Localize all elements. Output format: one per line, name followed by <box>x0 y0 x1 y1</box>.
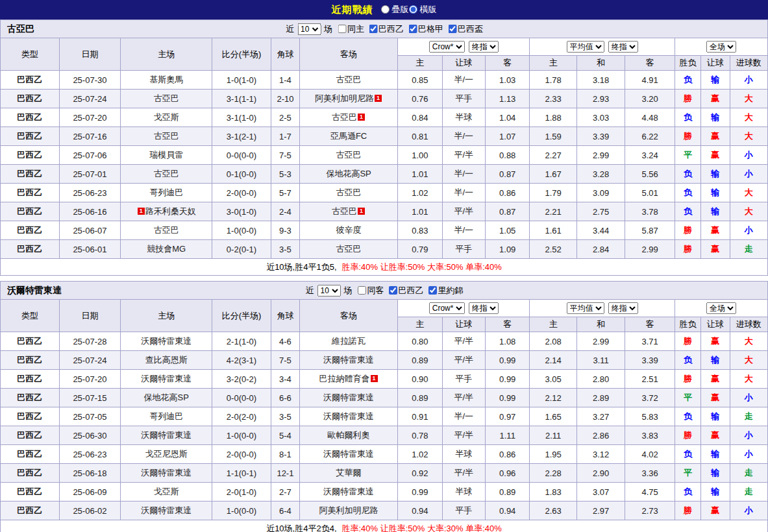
away-team-name: 古亞巴 <box>336 187 362 197</box>
layout-radio-1[interactable] <box>409 5 417 14</box>
home-team-cell: 保地花高SP <box>121 389 212 407</box>
ah-away-cell: 0.87 <box>485 165 529 184</box>
score-cell: 4-2(3-1) <box>212 351 271 370</box>
eu-home-cell: 1.79 <box>530 184 576 202</box>
eu-draw-cell: 3.44 <box>576 221 625 240</box>
ah-home-cell: 0.76 <box>398 90 442 108</box>
eu-draw-cell: 2.75 <box>576 202 625 221</box>
ah-away-cell: 1.11 <box>485 426 529 445</box>
filter-option-3[interactable]: 巴西盃 <box>448 23 483 35</box>
summary-bar: 近10场,胜4平1负5,胜率:40% 让胜率:50% 大率:50% 单率:40% <box>0 259 768 276</box>
filter-option-0[interactable]: 同客 <box>358 285 384 296</box>
eu-away-cell: 2.99 <box>625 240 675 259</box>
result-goals-cell: 小 <box>730 71 768 90</box>
eu-away-cell: 2.51 <box>625 370 675 389</box>
euro-odds-select-0[interactable]: 平均值 <box>567 41 604 53</box>
ah-line-cell: 半球 <box>442 483 485 502</box>
away-team-cell: 古亞巴 <box>300 184 398 202</box>
team-name: 沃爾特雷東達 <box>1 285 62 296</box>
eu-away-cell: 4.91 <box>625 71 675 90</box>
filter-checkbox-2[interactable] <box>428 286 437 295</box>
filter-option-2[interactable]: 巴格甲 <box>408 23 443 35</box>
filter-checkbox-2[interactable] <box>408 25 417 33</box>
eu-home-cell: 1.78 <box>530 71 576 90</box>
home-team-cell: 古亞巴 <box>121 127 212 146</box>
match-row: 巴西乙25-06-02沃爾特雷東達1-0(0-0)6-4阿美利加明尼路0.94平… <box>1 502 768 520</box>
result-handicap-cell: 赢 <box>701 370 730 389</box>
ah-home-cell: 0.99 <box>398 483 442 502</box>
ah-home-cell: 1.00 <box>398 146 442 165</box>
away-team-name: 歐帕爾利奧 <box>328 430 370 440</box>
eu-draw-cell: 3.18 <box>576 71 625 90</box>
away-team-cell: 維拉諾瓦 <box>300 332 398 351</box>
result-winloss-cell: 负 <box>675 71 700 90</box>
layout-radio-0[interactable] <box>381 5 390 14</box>
ah-home-cell: 0.92 <box>398 464 442 483</box>
subcol-header-result-winloss: 胜负 <box>675 56 700 71</box>
home-team-cell: 瑞模貝雷 <box>121 146 212 165</box>
match-count-select[interactable]: 10 <box>297 23 321 35</box>
result-goals-cell: 大 <box>730 370 768 389</box>
score-cell: 1-0(1-0) <box>212 71 271 90</box>
filter-option-1[interactable]: 巴西乙 <box>389 285 424 296</box>
layout-option-label: 疊版 <box>392 4 409 16</box>
date-cell: 25-07-28 <box>59 332 121 351</box>
ah-home-cell: 0.89 <box>398 389 442 407</box>
away-team-cell: 彼辛度 <box>300 221 398 240</box>
euro-odds-select-1[interactable]: 终指 <box>608 41 638 53</box>
away-team-name: 古亞巴 <box>336 75 362 84</box>
filter-checkbox-3[interactable] <box>448 25 456 33</box>
euro-odds-select-1[interactable]: 终指 <box>608 302 638 314</box>
eu-home-cell: 2.14 <box>530 351 576 370</box>
score-cell: 3-0(1-0) <box>212 202 271 221</box>
result-goals-cell: 小 <box>730 502 768 520</box>
filter-option-1[interactable]: 巴西乙 <box>369 23 404 35</box>
red-card-badge: 1 <box>138 208 145 215</box>
filter-option-label: 巴西乙 <box>378 23 404 35</box>
date-cell: 25-07-30 <box>59 71 121 90</box>
corner-cell: 8-1 <box>271 445 299 464</box>
ah-line-cell: 半/一 <box>442 407 485 426</box>
filter-checkbox-0[interactable] <box>338 25 346 33</box>
result-goals-cell: 走 <box>730 464 768 483</box>
eu-draw-cell: 2.99 <box>576 146 625 165</box>
filter-checkbox-0[interactable] <box>358 286 366 295</box>
result-winloss-cell: 勝 <box>675 127 700 146</box>
filter-checkbox-1[interactable] <box>369 25 377 33</box>
matches-table: 类型日期主场比分(半场)角球客场Crow*终指平均值终指全场主让球客主和客胜负让… <box>0 38 768 259</box>
date-cell: 25-06-09 <box>59 483 121 502</box>
away-team-cell: 阿美利加明尼路 <box>300 502 398 520</box>
handicap-odds-select-1[interactable]: 终指 <box>469 41 499 53</box>
handicap-odds-select-1[interactable]: 终指 <box>469 302 499 314</box>
euro-odds-select-0[interactable]: 平均值 <box>567 302 604 314</box>
filter-checkbox-1[interactable] <box>389 286 397 295</box>
filter-option-0[interactable]: 同主 <box>338 23 364 35</box>
full-match-select[interactable]: 全场 <box>706 41 736 53</box>
layout-option-0[interactable]: 疊版 <box>381 4 409 16</box>
date-cell: 25-07-15 <box>59 389 121 407</box>
topbar: 近期戰績 疊版橫版 <box>0 0 768 19</box>
eu-draw-cell: 3.27 <box>576 407 625 426</box>
result-scope-header: 全场 <box>675 38 767 56</box>
away-team-name: 沃爾特雷東達 <box>323 355 374 365</box>
ah-home-cell: 0.83 <box>398 221 442 240</box>
result-winloss-cell: 负 <box>675 483 700 502</box>
matches-table: 类型日期主场比分(半场)角球客场Crow*终指平均值终指全场主让球客主和客胜负让… <box>0 299 768 520</box>
col-header-date: 日期 <box>59 300 121 332</box>
eu-away-cell: 3.24 <box>625 146 675 165</box>
full-match-select[interactable]: 全场 <box>706 302 736 314</box>
eu-home-cell: 2.21 <box>530 202 576 221</box>
ah-line-cell: 半/一 <box>442 127 485 146</box>
filter-option-2[interactable]: 里約錦 <box>428 285 464 296</box>
eu-draw-cell: 3.12 <box>576 445 625 464</box>
corner-cell: 6-6 <box>271 389 299 407</box>
handicap-odds-select-0[interactable]: Crow* <box>429 302 465 314</box>
eu-draw-cell: 2.90 <box>576 464 625 483</box>
match-count-select[interactable]: 10 <box>317 285 341 296</box>
score-cell: 3-1(1-1) <box>212 90 271 108</box>
match-row: 巴西乙25-06-23戈亞尼恩斯2-0(0-0)8-1沃爾特雷東達1.02半球0… <box>1 445 768 464</box>
handicap-odds-select-0[interactable]: Crow* <box>429 41 465 53</box>
result-goals-cell: 小 <box>730 445 768 464</box>
layout-option-1[interactable]: 橫版 <box>409 4 437 16</box>
result-goals-cell: 大 <box>730 127 768 146</box>
